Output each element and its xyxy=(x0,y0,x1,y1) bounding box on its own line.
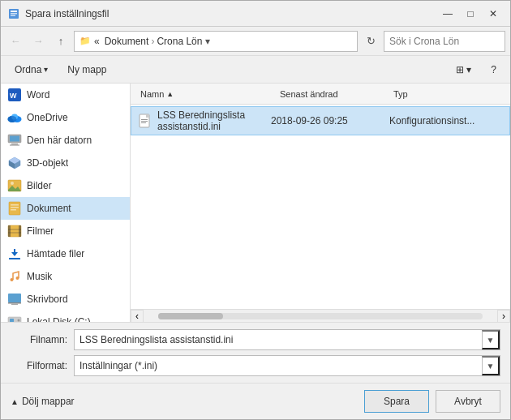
bottom-form: Filnamn: ▼ Filformat: ▼ xyxy=(1,322,510,383)
main-area: W Word OneDrive xyxy=(1,84,510,322)
cancel-button[interactable]: Avbryt xyxy=(436,390,500,413)
forward-button[interactable]: → xyxy=(28,32,48,51)
hscroll-thumb[interactable] xyxy=(158,313,223,319)
file-list-header: Namn ▲ Senast ändrad Typ xyxy=(131,84,510,105)
svg-rect-23 xyxy=(11,207,19,208)
sidebar-item-3d[interactable]: 3D-objekt xyxy=(1,152,130,174)
col-header-type[interactable]: Typ xyxy=(390,89,504,99)
svg-rect-47 xyxy=(146,114,149,118)
col-sort-icon: ▲ xyxy=(166,90,174,98)
sidebar-item-bilder[interactable]: Bilder xyxy=(1,174,130,197)
sidebar-item-skrivbord[interactable]: Skrivbord xyxy=(1,288,130,311)
word-icon: W xyxy=(7,88,22,102)
sidebar-item-onedrive[interactable]: OneDrive xyxy=(1,106,130,129)
up-button[interactable]: ↑ xyxy=(51,32,71,51)
organize-caret: ▾ xyxy=(44,65,48,74)
hscroll-left[interactable]: ‹ xyxy=(131,310,144,323)
refresh-button[interactable]: ↻ xyxy=(361,32,380,51)
svg-rect-30 xyxy=(9,258,20,259)
svg-rect-49 xyxy=(141,121,148,122)
svg-rect-21 xyxy=(9,202,20,215)
svg-rect-36 xyxy=(11,304,18,306)
filmer-icon xyxy=(7,224,22,238)
sidebar-item-musik[interactable]: Musik xyxy=(1,265,130,288)
filetype-label: Filformat: xyxy=(11,360,67,371)
view-button[interactable]: ⊞ ▾ xyxy=(449,59,479,80)
maximize-button[interactable]: □ xyxy=(460,5,481,23)
path-dropdown[interactable]: ▾ xyxy=(205,36,210,47)
path-crumb-1: Dokument xyxy=(105,36,149,47)
filetype-input[interactable] xyxy=(75,360,482,371)
svg-rect-1 xyxy=(11,11,17,12)
hamtade-icon xyxy=(7,246,22,261)
sidebar-item-computer[interactable]: Den här datorn xyxy=(1,129,130,152)
svg-marker-31 xyxy=(11,249,18,256)
filename-input[interactable] xyxy=(75,334,482,345)
file-icon-ini xyxy=(138,114,152,128)
organize-label: Ordna xyxy=(15,64,41,75)
path-crumb-2: Crona Lön xyxy=(157,36,202,47)
path-bar[interactable]: 📁 « Dokument › Crona Lön ▾ xyxy=(74,31,358,52)
svg-rect-28 xyxy=(8,229,21,230)
file-list-container: Namn ▲ Senast ändrad Typ xyxy=(131,84,510,322)
help-icon: ? xyxy=(491,64,496,75)
search-input[interactable] xyxy=(389,36,511,47)
filename-label: Filnamn: xyxy=(11,334,67,345)
path-sep-2: › xyxy=(151,36,154,47)
file-list: LSS Beredningslista assistanstid.ini 201… xyxy=(131,105,510,309)
toggle-folders[interactable]: ▲ Dölj mappar xyxy=(11,396,75,407)
sidebar-label-computer: Den här datorn xyxy=(27,135,92,146)
sidebar-label-3d: 3D-objekt xyxy=(27,157,68,169)
toggle-caret: ▲ xyxy=(11,397,19,406)
filename-row: Filnamn: ▼ xyxy=(11,329,500,350)
path-folder-icon: 📁 xyxy=(79,36,91,46)
sidebar-label-filmer: Filmer xyxy=(27,225,54,237)
svg-rect-11 xyxy=(10,136,19,142)
skrivbord-icon xyxy=(7,292,22,306)
sidebar-item-filmer[interactable]: Filmer xyxy=(1,220,130,242)
new-folder-label: Ny mapp xyxy=(67,64,106,75)
dokument-icon xyxy=(7,201,22,216)
path-prefix: « xyxy=(94,36,100,47)
svg-point-9 xyxy=(8,116,17,122)
col-header-name[interactable]: Namn ▲ xyxy=(137,89,277,99)
svg-rect-34 xyxy=(8,294,21,302)
footer: ▲ Dölj mappar Spara Avbryt xyxy=(1,383,510,419)
save-dialog: Spara inställningsfil — □ ✕ ← → ↑ 📁 « Do… xyxy=(0,0,511,420)
svg-point-19 xyxy=(11,182,14,185)
help-button[interactable]: ? xyxy=(483,59,504,80)
back-button[interactable]: ← xyxy=(6,32,25,51)
svg-text:W: W xyxy=(10,92,17,100)
new-folder-button[interactable]: Ny mapp xyxy=(60,59,114,80)
svg-rect-50 xyxy=(141,122,146,123)
sidebar: W Word OneDrive xyxy=(1,84,131,322)
file-row[interactable]: LSS Beredningslista assistanstid.ini 201… xyxy=(131,106,510,135)
sidebar-item-word[interactable]: W Word xyxy=(1,84,130,106)
sidebar-item-hamtade[interactable]: Hämtade filer xyxy=(1,242,130,265)
filetype-input-container: ▼ xyxy=(74,355,500,376)
sidebar-label-word: Word xyxy=(27,89,49,101)
col-header-date[interactable]: Senast ändrad xyxy=(277,89,390,99)
titlebar-buttons: — □ ✕ xyxy=(437,5,504,23)
organize-button[interactable]: Ordna ▾ xyxy=(7,59,55,80)
navbar: ← → ↑ 📁 « Dokument › Crona Lön ▾ ↻ 🔍 xyxy=(1,27,510,56)
filetype-dropdown-btn[interactable]: ▼ xyxy=(482,356,500,375)
svg-rect-22 xyxy=(11,204,19,206)
filename-dropdown-btn[interactable]: ▼ xyxy=(482,330,500,349)
filename-input-container: ▼ xyxy=(74,329,500,350)
view-icon: ⊞ xyxy=(456,64,464,75)
save-button[interactable]: Spara xyxy=(364,390,429,413)
svg-rect-27 xyxy=(19,225,21,237)
sidebar-label-lokal-c: Lokal Disk (C:) xyxy=(27,316,91,322)
sidebar-item-dokument[interactable]: Dokument xyxy=(1,197,130,220)
close-button[interactable]: ✕ xyxy=(483,5,504,23)
minimize-button[interactable]: — xyxy=(437,5,458,23)
hscroll-right[interactable]: › xyxy=(497,310,510,323)
file-type: Konfigurationsinst... xyxy=(389,115,503,126)
search-box[interactable]: 🔍 xyxy=(384,31,505,52)
computer-icon xyxy=(7,133,22,148)
sidebar-item-lokal-c[interactable]: Lokal Disk (C:) xyxy=(1,311,130,322)
svg-rect-48 xyxy=(141,119,148,120)
hscroll-area[interactable]: ‹ › xyxy=(131,309,510,322)
svg-rect-2 xyxy=(11,13,17,15)
